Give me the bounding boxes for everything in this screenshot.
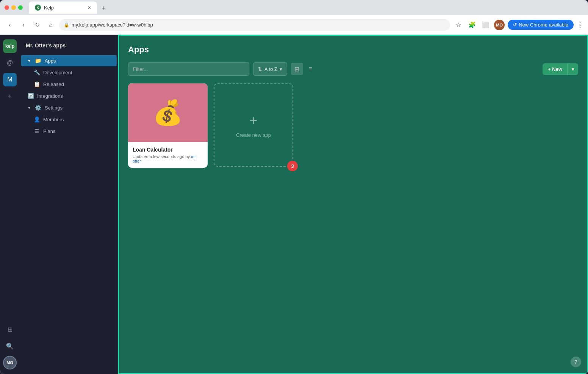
create-app-label: Create new app <box>236 132 271 138</box>
lock-icon: 🔒 <box>64 22 69 28</box>
sidebar-item-members-label: Members <box>43 117 64 122</box>
sort-button[interactable]: ⇅ A to Z ▾ <box>253 62 287 76</box>
sort-icon: ⇅ <box>258 66 262 72</box>
new-button-label: + New <box>548 66 562 72</box>
user-icon: M <box>7 76 12 83</box>
sidebar-item-plans[interactable]: ☰ Plans <box>21 125 117 137</box>
main-content: Apps ⇅ A to Z ▾ ⊞ ≡ <box>118 35 588 374</box>
app-card-title: Loan Calculator <box>133 147 203 153</box>
plans-icon: ☰ <box>33 128 40 134</box>
development-icon: 🔧 <box>33 69 40 75</box>
sidebar-toggle-icon[interactable]: ⬜ <box>480 20 491 30</box>
icon-sidebar-bottom: ⊞ 🔍 MO <box>3 322 17 369</box>
icon-sidebar: kelp @ M + ⊞ 🔍 MO <box>0 35 20 374</box>
released-icon: 📋 <box>33 81 40 87</box>
browser-user-avatar[interactable]: MO <box>494 20 505 30</box>
url-text: my.kelp.app/workspace?id=w-w0hlbp <box>72 22 153 28</box>
sidebar-item-development-label: Development <box>43 70 72 75</box>
sidebar-item-released[interactable]: 📋 Released <box>21 78 117 90</box>
tab-title: Kelp <box>44 5 54 11</box>
apps-folder-icon: 📁 <box>35 58 42 64</box>
browser-more-button[interactable]: ⋮ <box>577 21 583 29</box>
new-dropdown-icon: ▾ <box>572 66 574 72</box>
app-card-loan-calculator[interactable]: 💰 Loan Calculator Updated a few seconds … <box>128 83 208 168</box>
address-actions: ☆ 🧩 ⬜ MO ↺ New Chrome available ⋮ <box>453 20 583 30</box>
reload-button[interactable]: ↻ <box>32 20 42 30</box>
toolbar: ⇅ A to Z ▾ ⊞ ≡ + New <box>128 62 578 76</box>
grid-sidebar-item[interactable]: ⊞ <box>3 322 17 336</box>
url-bar[interactable]: 🔒 my.kelp.app/workspace?id=w-w0hlbp <box>59 19 450 31</box>
sidebar-item-settings-label: Settings <box>45 105 63 111</box>
browser-frame: K Kelp × + ‹ › ↻ ⌂ 🔒 my.kelp.app/workspa… <box>0 0 588 374</box>
grid-view-button[interactable]: ⊞ <box>291 63 303 75</box>
tab-favicon: K <box>35 5 41 11</box>
title-bar: K Kelp × + <box>0 0 588 15</box>
sidebar-item-integrations-label: Integrations <box>37 93 63 99</box>
create-plus-icon: + <box>249 113 257 128</box>
home-button[interactable]: ⌂ <box>45 20 56 30</box>
app-updated-text: Updated a few seconds ago by <box>133 154 190 159</box>
tab-close-button[interactable]: × <box>88 5 91 11</box>
kelp-logo[interactable]: kelp <box>3 39 17 53</box>
app-card-body: Loan Calculator Updated a few seconds ag… <box>128 142 208 168</box>
apps-grid: 💰 Loan Calculator Updated a few seconds … <box>128 83 578 168</box>
list-view-icon: ≡ <box>309 66 312 72</box>
user-badge[interactable]: MO <box>3 356 17 369</box>
email-sidebar-item[interactable]: @ <box>3 56 17 70</box>
sidebar-item-apps-label: Apps <box>45 58 56 64</box>
back-button[interactable]: ‹ <box>5 20 15 30</box>
maximize-button[interactable] <box>18 5 23 10</box>
settings-arrow-icon: ▼ <box>27 106 31 110</box>
new-tab-button[interactable]: + <box>99 3 109 14</box>
new-button[interactable]: + New <box>543 63 568 75</box>
members-icon: 👤 <box>33 116 40 122</box>
sidebar-item-development[interactable]: 🔧 Development <box>21 67 117 78</box>
settings-icon: ⚙️ <box>35 105 42 111</box>
sidebar-item-apps[interactable]: ▼ 📁 Apps <box>21 55 117 66</box>
user-sidebar-item[interactable]: M <box>3 73 17 86</box>
sort-dropdown-icon: ▾ <box>280 66 282 72</box>
money-bag-icon: 💰 <box>153 99 183 127</box>
app-card-image: 💰 <box>128 83 208 142</box>
bookmark-icon[interactable]: ☆ <box>453 20 464 30</box>
create-new-app-card[interactable]: + Create new app 3 <box>214 83 293 167</box>
forward-button[interactable]: › <box>18 20 29 30</box>
page-title: Apps <box>128 45 578 55</box>
toolbar-right: + New ▾ <box>543 63 578 75</box>
search-icon: 🔍 <box>6 343 14 350</box>
list-view-button[interactable]: ≡ <box>305 63 317 75</box>
integrations-icon: 🔄 <box>27 93 34 99</box>
workspace-title: Mr. Otter's apps <box>20 39 118 55</box>
sidebar-item-released-label: Released <box>43 81 64 87</box>
apps-arrow-icon: ▼ <box>27 59 31 63</box>
sidebar-item-members[interactable]: 👤 Members <box>21 114 117 125</box>
grid-icon: ⊞ <box>8 326 13 333</box>
view-buttons: ⊞ ≡ <box>291 63 317 75</box>
sidebar-item-integrations[interactable]: 🔄 Integrations <box>21 90 117 102</box>
update-icon: ↺ <box>513 22 517 28</box>
add-workspace-item[interactable]: + <box>3 89 17 103</box>
traffic-lights <box>5 5 23 10</box>
filter-input[interactable] <box>128 62 249 76</box>
sort-label: A to Z <box>264 66 277 72</box>
app-content: kelp @ M + ⊞ 🔍 MO Mr. Otte <box>0 35 588 374</box>
sidebar-item-plans-label: Plans <box>43 128 56 134</box>
browser-tab[interactable]: K Kelp × <box>29 2 97 14</box>
minimize-button[interactable] <box>11 5 16 10</box>
email-icon: @ <box>7 59 13 66</box>
close-button[interactable] <box>5 5 9 10</box>
grid-view-icon: ⊞ <box>294 66 299 73</box>
chrome-update-button[interactable]: ↺ New Chrome available <box>508 20 574 30</box>
sidebar-item-settings[interactable]: ▼ ⚙️ Settings <box>21 102 117 113</box>
nav-sidebar: Mr. Otter's apps ▼ 📁 Apps 🔧 Development … <box>20 35 118 374</box>
tab-bar: K Kelp × + <box>29 2 583 14</box>
search-sidebar-item[interactable]: 🔍 <box>3 339 17 353</box>
new-button-dropdown[interactable]: ▾ <box>568 63 578 75</box>
update-label: New Chrome available <box>519 22 568 28</box>
app-card-meta: Updated a few seconds ago by mr-otter <box>133 154 203 163</box>
help-button[interactable]: ? <box>571 357 581 367</box>
add-icon: + <box>8 93 11 100</box>
address-bar: ‹ › ↻ ⌂ 🔒 my.kelp.app/workspace?id=w-w0h… <box>0 15 588 35</box>
extensions-icon[interactable]: 🧩 <box>467 20 477 30</box>
kelp-logo-text: kelp <box>5 44 14 49</box>
